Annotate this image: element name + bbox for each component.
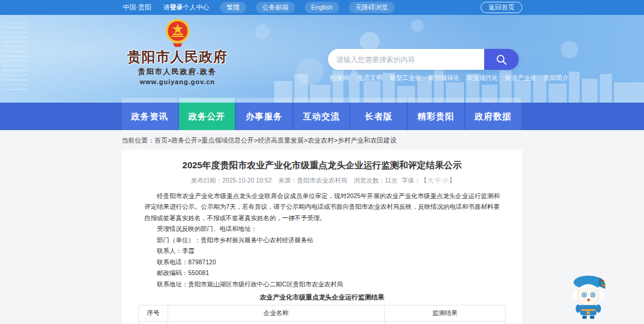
decorative-stripes — [2, 22, 27, 92]
header-company: 企业名称 — [168, 306, 385, 322]
hot-tag-ecology[interactable]: 生态文明 — [357, 74, 382, 82]
article-meta: 发布日期：2025-10-20 10:52 来源：贵阳市农业农村局 浏览次数：1… — [136, 177, 508, 185]
tab-cap — [351, 98, 407, 103]
article-source: 来源：贵阳市农业农村局 — [278, 177, 348, 184]
nav-tab-label: 政务资讯 — [122, 103, 178, 130]
tab-cap — [465, 98, 521, 103]
accessibility-button[interactable]: 无障碍浏览 — [349, 2, 395, 13]
site-subtitle: 贵阳市人民政府.政务 — [119, 67, 236, 77]
line-contact-person: 联系人：李霞 — [144, 245, 500, 257]
font-size-small-button[interactable]: 小 — [442, 177, 449, 184]
nav-tab-banshi-fuwu[interactable]: 办事服务 — [236, 98, 292, 130]
main-navigation: 政务资讯 政务公开 办事服务 互动交流 长者版 精彩贵阳 政府数据 — [0, 103, 644, 130]
breadcrumb-label: 当前位置： — [122, 137, 154, 144]
login-link[interactable]: 登录 — [170, 4, 183, 11]
nav-tab-label: 办事服务 — [236, 103, 292, 130]
nav-tab-label: 互动交流 — [293, 103, 349, 130]
header-index: 序号 — [139, 306, 168, 322]
line-address: 联系地址：贵阳市观山湖区市级行政中心二期C区贵阳市农业农村局 — [144, 279, 500, 290]
region-link[interactable]: 中国·贵阳 — [122, 2, 153, 13]
hot-search-words: 热搜词: 生态文明 新型工业化 新型城镇化 农业现代化 旅游产业化 贵阳简介 — [330, 74, 568, 82]
article-card: 2025年度贵阳市农业产业化市级重点龙头企业运行监测和评定结果公示 发布日期：2… — [122, 150, 522, 324]
header-banner: 贵阳市人民政府 贵阳市人民政府.政务 www.guiyang.gov.cn 热搜… — [0, 15, 644, 103]
search-button[interactable] — [484, 49, 519, 70]
cell-company: 贵州合力超市采购有限公司 — [168, 321, 385, 324]
hot-tag-urbanization[interactable]: 新型城镇化 — [428, 74, 460, 82]
header-result: 监测结果 — [385, 306, 506, 322]
table-header-row: 序号 企业名称 监测结果 — [139, 306, 506, 322]
hot-tag-guiyang-intro[interactable]: 贵阳简介 — [543, 74, 568, 82]
back-to-home-button[interactable]: 返回首页 — [481, 2, 522, 13]
tab-cap — [122, 98, 178, 103]
tab-cap — [179, 98, 235, 103]
site-logo[interactable]: 贵阳市人民政府 贵阳市人民政府.政务 www.guiyang.gov.cn — [119, 18, 236, 85]
nav-tab-zhangzhe-ban[interactable]: 长者版 — [351, 98, 407, 130]
tab-cap — [293, 98, 349, 103]
nav-tab-label: 政府数据 — [465, 103, 521, 130]
nav-tab-label: 精彩贵阳 — [408, 103, 464, 130]
article-title: 2025年度贵阳市农业产业化市级重点龙头企业运行监测和评定结果公示 — [136, 159, 508, 172]
font-size-large-button[interactable]: 大 — [428, 177, 434, 184]
table-caption: 农业产业化市级重点龙头企业运行监测结果 — [136, 293, 508, 302]
national-emblem-icon — [163, 18, 192, 48]
nav-tab-zhengfu-shuju[interactable]: 政府数据 — [465, 98, 521, 130]
breadcrumb: 当前位置：首页>政务公开>重点领域信息公开>经济高质量发展>农业农村>乡村产业和… — [122, 130, 522, 150]
line-phone: 联系电话：87987120 — [144, 257, 500, 268]
nav-tab-zhengwu-gongkai[interactable]: 政务公开 — [179, 98, 235, 130]
paragraph-contact-intro: 受理情况反映的部门、电话和地址： — [144, 223, 500, 234]
login-prefix: 请 — [163, 4, 170, 11]
publish-date: 发布日期：2025-10-20 10:52 — [191, 177, 271, 184]
mascot-icon — [564, 269, 614, 319]
site-url: www.guiyang.gov.cn — [119, 78, 236, 85]
english-button[interactable]: English — [305, 2, 339, 13]
article-body: 经贵阳市农业产业化市级重点龙头企业联席会议成员单位审定，现对2025年开展的农业… — [144, 190, 500, 290]
tab-cap — [408, 98, 464, 103]
hot-search-label: 热搜词: — [330, 74, 350, 82]
official-mail-button[interactable]: 公务邮箱 — [256, 2, 295, 13]
hot-tag-agriculture[interactable]: 农业现代化 — [466, 74, 498, 82]
font-size-medium-button[interactable]: 中 — [435, 177, 441, 184]
search-icon — [496, 54, 507, 66]
cell-index: 1 — [139, 321, 168, 324]
nav-tab-jingcai-guiyang[interactable]: 精彩贵阳 — [408, 98, 464, 130]
cell-result: 合格 — [385, 321, 506, 324]
paragraph-announcement: 经贵阳市农业产业化市级重点龙头企业联席会议成员单位审定，现对2025年开展的农业… — [144, 190, 500, 224]
view-count: 浏览次数：11次 — [354, 177, 398, 184]
tab-cap — [236, 98, 292, 103]
font-size-label-close: 】 — [449, 177, 456, 184]
nav-tab-label: 政务公开 — [179, 103, 235, 130]
table-row: 1 贵州合力超市采购有限公司 合格 — [139, 321, 506, 324]
nav-tab-label: 长者版 — [351, 103, 407, 130]
site-title: 贵阳市人民政府 — [119, 49, 236, 64]
login-suffix: 个人中心 — [183, 4, 209, 11]
login-personal-center-link[interactable]: 请登录个人中心 — [162, 2, 210, 13]
nav-tab-zhengwu-zixun[interactable]: 政务资讯 — [122, 98, 178, 130]
top-utility-bar: 中国·贵阳 请登录个人中心 繁體 公务邮箱 English 无障碍浏览 返回首页 — [0, 0, 644, 15]
breadcrumb-path[interactable]: 首页>政务公开>重点领域信息公开>经济高质量发展>农业农村>乡村产业和农田建设 — [154, 137, 397, 144]
traditional-chinese-button[interactable]: 繁體 — [220, 2, 246, 13]
hot-tag-industrialization[interactable]: 新型工业化 — [389, 74, 421, 82]
line-department: 部门（单位）：贵阳市乡村振兴服务中心农村经济服务站 — [144, 234, 500, 246]
mascot-widget[interactable] — [564, 269, 614, 319]
line-postcode: 邮政编码：550081 — [144, 267, 500, 279]
search-box — [328, 49, 519, 70]
font-size-label: 字体：【 — [402, 177, 427, 184]
nav-tab-hudong-jiaoliu[interactable]: 互动交流 — [293, 98, 349, 130]
monitoring-result-table: 序号 企业名称 监测结果 1 贵州合力超市采购有限公司 合格 2 贵州友禾种业有… — [138, 305, 506, 324]
search-input[interactable] — [328, 49, 484, 70]
hot-tag-tourism[interactable]: 旅游产业化 — [505, 74, 537, 82]
